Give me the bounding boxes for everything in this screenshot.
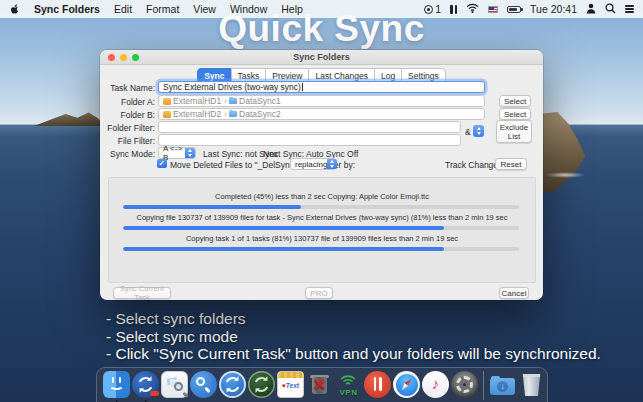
menu-bar: Sync Folders Edit Format View Window Hel…	[0, 0, 643, 18]
menu-app-name[interactable]: Sync Folders	[34, 3, 100, 15]
text-notes-icon: ♥Text	[277, 371, 304, 398]
pro-button[interactable]: PRO	[305, 287, 333, 299]
search-files-icon	[190, 371, 217, 398]
vpn-wifi-icon	[338, 372, 358, 386]
dock-item-sync-folders-app[interactable]	[132, 371, 159, 398]
system-preferences-icon	[451, 371, 478, 398]
progress-bar-1	[123, 205, 519, 209]
dock-item-restaurant[interactable]	[364, 371, 391, 398]
notification-center-icon[interactable]	[625, 4, 634, 15]
dock-item-text-notes[interactable]: ♥Text	[277, 371, 304, 398]
menu-item-edit[interactable]: Edit	[114, 3, 132, 15]
zoom-window-button[interactable]	[132, 54, 139, 61]
filter-operator-label: &	[465, 127, 471, 137]
sync-blue-icon	[219, 371, 246, 398]
battery-icon[interactable]	[507, 6, 521, 13]
menu-clock[interactable]: Tue 20:41	[530, 3, 577, 15]
dock-item-trash[interactable]	[518, 371, 545, 398]
move-deleted-stepper	[327, 159, 337, 169]
progress-panel: Completed (45%) less than 2 sec Copying:…	[108, 177, 536, 283]
sync-green-icon	[248, 371, 275, 398]
screen-recording-indicator-icon[interactable]: 1	[424, 3, 441, 15]
sync-mode-label: Sync Mode:	[100, 149, 155, 159]
task-name-label: Task Name:	[100, 83, 155, 93]
progress-status-1: Completed (45%) less than 2 sec Copying:…	[109, 192, 535, 201]
progress-status-2: Copying file 130737 of 139909 files for …	[109, 213, 535, 222]
instruction-line-3: - Click "Sync Current Task" button and y…	[106, 345, 601, 363]
instructions-text: - Select sync folders - Select sync mode…	[106, 310, 601, 363]
surf-foam	[545, 172, 585, 178]
window-title-bar[interactable]: Sync Folders	[100, 50, 543, 65]
sync-current-task-button[interactable]: Sync Current Task	[113, 287, 171, 299]
text-caret	[302, 83, 303, 91]
folder-b-label: Folder B:	[100, 110, 155, 120]
task-name-input[interactable]: Sync External Drives (two-way sync)	[158, 81, 485, 93]
minimize-window-button[interactable]	[120, 54, 127, 61]
progress-bar-2	[123, 226, 519, 230]
dock-item-uninstaller[interactable]: ×	[306, 371, 333, 398]
dock-item-music[interactable]: ♪	[422, 371, 449, 398]
dock-separator	[483, 371, 484, 400]
dock-item-preview[interactable]	[161, 371, 188, 398]
downloads-folder-icon: ↓	[490, 378, 515, 395]
sync-mode-stepper	[185, 148, 195, 158]
window-title: Sync Folders	[100, 50, 543, 65]
reset-button[interactable]: Reset	[495, 158, 527, 170]
download-arrow-icon: ↓	[497, 381, 508, 392]
progress-status-3: Copying task 1 of 1 tasks (81%) 130737 f…	[109, 234, 535, 243]
menu-item-format[interactable]: Format	[146, 3, 179, 15]
exclude-list-button[interactable]: Exclude List	[496, 120, 532, 143]
vpn-label: VPN	[335, 388, 362, 397]
progress-bar-3	[123, 247, 519, 251]
drive-icon	[163, 111, 171, 118]
folder-a-path[interactable]: ExternalHD1 › DataSync1	[158, 95, 485, 107]
folder-filter-label: Folder Filter:	[100, 123, 155, 133]
safari-icon	[393, 371, 420, 398]
file-filter-label: File Filter:	[100, 136, 155, 146]
close-window-button[interactable]	[108, 54, 115, 61]
instruction-line-1: - Select sync folders	[106, 310, 601, 328]
select-folder-b-button[interactable]: Select	[499, 108, 531, 120]
dock-item-search-files[interactable]	[190, 371, 217, 398]
drive-icon	[163, 98, 171, 105]
fast-user-switching-icon[interactable]	[586, 3, 596, 16]
preview-icon	[161, 371, 188, 398]
menu-item-view[interactable]: View	[193, 3, 216, 15]
dock-item-sync-blue[interactable]	[219, 371, 246, 398]
instruction-line-2: - Select sync mode	[106, 328, 601, 346]
dock-item-system-preferences[interactable]	[451, 371, 478, 398]
finder-icon	[103, 371, 130, 398]
filter-operator-stepper[interactable]	[473, 125, 484, 137]
music-icon: ♪	[422, 371, 449, 398]
spotlight-icon[interactable]	[605, 3, 616, 16]
dock-item-finder[interactable]	[103, 371, 130, 398]
apple-menu-icon[interactable]	[9, 3, 20, 16]
sync-folders-window: Sync Folders Sync Tasks Preview Last Cha…	[100, 50, 543, 300]
menu-item-help[interactable]: Help	[281, 3, 303, 15]
trash-icon	[522, 374, 541, 396]
input-source-flag-icon[interactable]	[488, 6, 498, 13]
track-changes-label: Track Changes	[445, 160, 502, 170]
menu-bar-status-area: 1 Tue 20:41	[415, 3, 634, 16]
cancel-button[interactable]: Cancel	[499, 287, 529, 299]
restaurant-icon	[364, 371, 391, 398]
menu-bar-left: Sync Folders Edit Format View Window Hel…	[9, 3, 317, 16]
dock-item-vpn[interactable]: VPN	[335, 371, 362, 398]
file-filter-input[interactable]	[158, 134, 461, 146]
wifi-icon[interactable]	[466, 3, 479, 15]
folder-filter-input[interactable]	[158, 121, 461, 133]
dock-item-downloads-folder[interactable]: ↓	[489, 371, 516, 398]
sync-mode-popup[interactable]: A <-> B	[158, 147, 196, 159]
dock: ♥Text × VPN ♪ ↓	[96, 367, 548, 402]
folder-a-label: Folder A:	[100, 97, 155, 107]
window-columns-icon[interactable]	[450, 5, 457, 14]
folder-b-path[interactable]: ExternalHD2 › DataSync2	[158, 108, 485, 120]
folder-icon	[229, 111, 237, 117]
dock-item-safari[interactable]	[393, 371, 420, 398]
move-deleted-mode-popup[interactable]: replacing	[290, 158, 336, 170]
app-badge	[150, 391, 159, 397]
move-deleted-checkbox[interactable]: ✓	[157, 159, 167, 169]
menu-item-window[interactable]: Window	[230, 3, 267, 15]
select-folder-a-button[interactable]: Select	[499, 95, 531, 107]
dock-item-sync-green[interactable]	[248, 371, 275, 398]
